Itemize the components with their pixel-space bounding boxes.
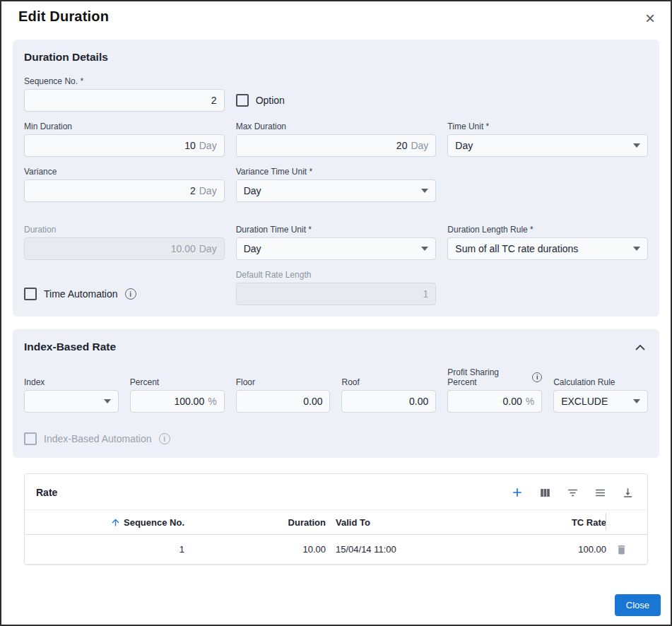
- chevron-up-icon[interactable]: [632, 341, 648, 353]
- sequence-no-field: Sequence No. * 2: [24, 76, 225, 112]
- cell-valid-to: 15/04/14 11:00: [326, 544, 552, 555]
- delete-row-icon[interactable]: [614, 542, 629, 557]
- rate-heading: Rate: [36, 487, 57, 498]
- rate-section: Rate: [24, 473, 648, 565]
- variance-field: Variance 2 Day: [24, 167, 225, 202]
- variance-input[interactable]: 2 Day: [24, 179, 225, 202]
- percent-label: Percent: [130, 377, 225, 387]
- variance-value: 2: [190, 185, 196, 196]
- roof-input[interactable]: 0.00: [341, 390, 436, 413]
- column-separator: [606, 513, 606, 530]
- sort-ascending-icon[interactable]: [110, 517, 121, 528]
- index-based-automation-label: Index-Based Automation: [44, 433, 152, 444]
- info-icon: i: [159, 433, 170, 444]
- columns-icon[interactable]: [537, 485, 553, 501]
- duration-details-row-4: Duration 10.00 Day Duration Time Unit * …: [24, 225, 648, 260]
- floor-input[interactable]: 0.00: [236, 390, 331, 413]
- option-label: Option: [256, 95, 285, 106]
- floor-label: Floor: [236, 377, 331, 387]
- info-icon: i: [532, 372, 542, 382]
- duration-label: Duration: [24, 225, 225, 235]
- chevron-down-icon: [421, 247, 428, 251]
- cell-tc-rate: 100.00: [552, 544, 606, 555]
- column-header-valid-to[interactable]: Valid To: [326, 517, 552, 528]
- edit-duration-dialog: Edit Duration × Duration Details Sequenc…: [0, 0, 672, 626]
- duration-value: 10.00: [171, 243, 196, 254]
- index-label: Index: [24, 377, 119, 387]
- profit-sharing-percent-input[interactable]: 0.00 %: [447, 390, 542, 413]
- max-duration-input[interactable]: 20 Day: [236, 134, 437, 157]
- duration-details-panel: Duration Details Sequence No. * 2 Option…: [13, 40, 659, 317]
- column-header-duration[interactable]: Duration: [184, 517, 326, 528]
- default-rate-length-label: Default Rate Length: [236, 270, 437, 280]
- percent-input[interactable]: 100.00 %: [130, 390, 225, 413]
- sequence-no-input[interactable]: 2: [24, 89, 225, 112]
- index-based-automation-checkbox: [24, 432, 37, 445]
- variance-time-unit-value: Day: [244, 185, 261, 196]
- time-unit-field: Time Unit * Day: [447, 122, 648, 157]
- duration-details-heading: Duration Details: [24, 51, 648, 64]
- chevron-down-icon: [633, 143, 640, 148]
- sequence-no-value: 2: [211, 95, 217, 106]
- variance-time-unit-select[interactable]: Day: [236, 179, 437, 202]
- max-duration-field: Max Duration 20 Day: [236, 122, 437, 157]
- close-button[interactable]: Close: [615, 594, 661, 616]
- dialog-title: Edit Duration: [18, 8, 109, 25]
- cell-sequence-no: 1: [36, 544, 184, 555]
- cell-duration: 10.00: [184, 544, 326, 555]
- export-download-icon[interactable]: [620, 485, 636, 501]
- calculation-rule-value: EXCLUDE: [561, 396, 608, 407]
- close-icon[interactable]: ×: [644, 8, 656, 28]
- index-based-rate-heading: Index-Based Rate: [24, 341, 116, 353]
- column-header-sequence-no[interactable]: Sequence No.: [36, 517, 184, 528]
- variance-label: Variance: [24, 167, 225, 177]
- percent-field: Percent 100.00 %: [130, 377, 225, 413]
- time-automation-row: Time Automation i: [24, 288, 225, 300]
- roof-field: Roof 0.00: [341, 377, 436, 413]
- time-unit-select[interactable]: Day: [447, 134, 648, 157]
- duration-length-rule-select[interactable]: Sum of all TC rate durations: [447, 237, 648, 260]
- profit-sharing-percent-value: 0.00: [502, 396, 521, 407]
- percent-unit: %: [208, 396, 216, 407]
- table-header-row: Sequence No. Duration Valid To TC Rate: [25, 509, 647, 535]
- index-field: Index: [24, 377, 119, 413]
- max-duration-value: 20: [396, 140, 408, 151]
- add-rate-button[interactable]: [509, 484, 526, 501]
- index-based-rate-fields: Index Percent 100.00 % Floor 0.00: [24, 367, 648, 413]
- min-duration-value: 10: [184, 140, 196, 151]
- duration-time-unit-field: Duration Time Unit * Day: [236, 225, 437, 260]
- time-automation-label: Time Automation: [44, 288, 118, 300]
- rate-toolbar-icons: [509, 484, 636, 501]
- duration-unit: Day: [199, 243, 217, 254]
- duration-details-row-5: Time Automation i Default Rate Length 1: [24, 270, 648, 305]
- time-automation-checkbox[interactable]: [24, 288, 37, 300]
- duration-time-unit-select[interactable]: Day: [236, 237, 437, 260]
- density-icon[interactable]: [592, 485, 608, 501]
- variance-unit: Day: [199, 185, 217, 196]
- profit-sharing-percent-unit: %: [526, 396, 534, 407]
- index-based-automation-row: Index-Based Automation i: [24, 432, 648, 445]
- min-duration-field: Min Duration 10 Day: [24, 122, 225, 157]
- table-row[interactable]: 1 10.00 15/04/14 11:00 100.00: [25, 535, 647, 565]
- percent-value: 100.00: [174, 396, 204, 407]
- index-select[interactable]: [24, 390, 119, 413]
- min-duration-label: Min Duration: [24, 122, 225, 131]
- min-duration-input[interactable]: 10 Day: [24, 134, 225, 157]
- calculation-rule-field: Calculation Rule EXCLUDE: [553, 377, 648, 413]
- max-duration-label: Max Duration: [236, 122, 437, 131]
- duration-details-row-1: Sequence No. * 2 Option: [24, 76, 648, 112]
- calculation-rule-label: Calculation Rule: [553, 377, 648, 387]
- sequence-no-header-label: Sequence No.: [124, 517, 184, 528]
- dialog-header: Edit Duration ×: [1, 1, 671, 34]
- calculation-rule-select[interactable]: EXCLUDE: [553, 390, 648, 413]
- filter-icon[interactable]: [565, 485, 581, 501]
- max-duration-unit: Day: [411, 140, 428, 151]
- duration-time-unit-label: Duration Time Unit *: [236, 225, 437, 235]
- time-unit-value: Day: [455, 140, 473, 151]
- variance-time-unit-label: Variance Time Unit *: [236, 167, 437, 177]
- option-checkbox[interactable]: [236, 94, 249, 107]
- duration-details-row-2: Min Duration 10 Day Max Duration 20 Day …: [24, 122, 648, 157]
- floor-field: Floor 0.00: [236, 377, 331, 413]
- index-based-rate-panel: Index-Based Rate Index Percent 100.00 %: [13, 329, 659, 458]
- column-header-tc-rate[interactable]: TC Rate: [552, 517, 606, 528]
